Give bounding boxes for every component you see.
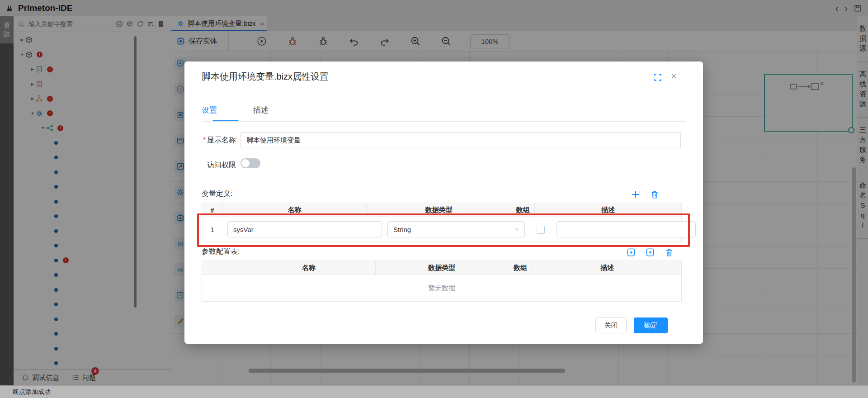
- var-table-header: #: [202, 203, 223, 217]
- empty-table-text: 暂无数据: [202, 275, 681, 301]
- param-table-header: 名称: [242, 261, 376, 275]
- param-table-header: [202, 261, 242, 275]
- export-params-icon[interactable]: [646, 248, 655, 257]
- array-checkbox[interactable]: [537, 226, 545, 234]
- tabs-divider: [202, 121, 686, 122]
- add-variable-icon[interactable]: [631, 190, 640, 199]
- close-button[interactable]: 关闭: [595, 317, 627, 333]
- variables-table: #名称数据类型数组描述 1 String: [202, 203, 682, 242]
- display-name-label: *显示名称: [186, 136, 236, 145]
- var-table-header: 数据类型: [367, 203, 511, 217]
- primeton-ide-window: Primeton-IDE ‹ › 资源 AI ▶▼!▶!▶▶!▼!▼!! 调试信…: [0, 0, 868, 398]
- required-asterisk: *: [203, 136, 206, 144]
- delete-variable-icon[interactable]: [650, 190, 659, 199]
- variable-row: 1 String: [202, 217, 681, 242]
- dialog-close-icon[interactable]: ×: [671, 71, 677, 82]
- access-toggle[interactable]: [241, 158, 260, 168]
- variable-type-select[interactable]: String: [387, 221, 525, 237]
- properties-dialog: 脚本使用环境变量.bizx属性设置 × 设置 描述 *显示名称 访问权限 变量定…: [184, 62, 703, 344]
- params-section-label: 参数配置表:: [202, 247, 240, 256]
- var-table-header: 名称: [223, 203, 367, 217]
- var-table-header: 描述: [535, 203, 681, 217]
- status-bar: 断点添加成功: [0, 385, 868, 398]
- var-table-header: 数组: [511, 203, 535, 217]
- toggle-knob: [241, 159, 250, 167]
- import-params-icon[interactable]: [627, 248, 636, 257]
- tab-settings[interactable]: 设置: [202, 105, 217, 115]
- params-table: 名称数据类型数组描述 暂无数据: [202, 261, 682, 302]
- display-name-input[interactable]: [241, 132, 681, 148]
- param-table-header: 描述: [533, 261, 681, 275]
- ok-button[interactable]: 确定: [634, 317, 668, 333]
- variable-description-input[interactable]: [557, 221, 696, 237]
- delete-params-icon[interactable]: [665, 248, 674, 257]
- chevron-down-icon: [514, 226, 520, 232]
- status-message: 断点添加成功: [13, 388, 51, 396]
- variables-section-label: 变量定义:: [202, 189, 232, 199]
- fullscreen-icon[interactable]: [654, 73, 662, 81]
- row-index: 1: [202, 226, 223, 233]
- access-label: 访问权限: [186, 161, 236, 170]
- param-table-header: 数据类型: [376, 261, 508, 275]
- variable-type-value: String: [393, 226, 411, 233]
- tab-description[interactable]: 描述: [253, 105, 269, 115]
- variable-name-input[interactable]: [227, 221, 382, 237]
- dialog-title: 脚本使用环境变量.bizx属性设置: [202, 71, 329, 83]
- param-table-header: 数组: [508, 261, 533, 275]
